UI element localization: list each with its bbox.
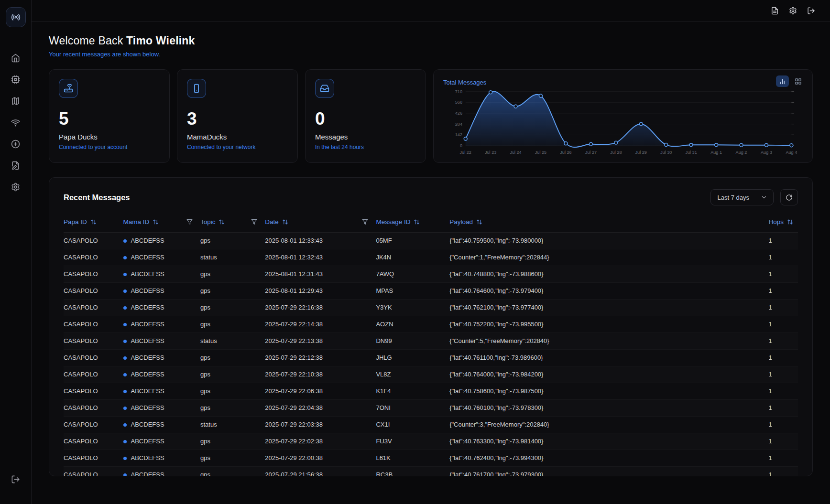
hops-cell: 1: [768, 249, 798, 266]
topbar-file-text-button[interactable]: [768, 4, 781, 18]
papa-id-cell: CASAPOLO: [64, 433, 123, 450]
col-header-mama-id[interactable]: Mama ID: [123, 212, 200, 232]
filter-icon[interactable]: [251, 219, 257, 225]
hops-cell: 1: [768, 399, 798, 416]
message-row[interactable]: CASAPOLOABCDEFSSgps2025-08-01 12:33:4305…: [64, 232, 798, 249]
cpu-icon: [11, 75, 20, 84]
message-id-cell: JK4N: [376, 249, 449, 266]
sidebar-item-home[interactable]: [7, 49, 25, 66]
message-id-cell: 7AWQ: [376, 266, 449, 282]
date-cell: 2025-07-29 22:04:38: [265, 399, 376, 416]
topic-cell: gps: [200, 399, 265, 416]
message-row[interactable]: CASAPOLOABCDEFSSgps2025-07-29 21:56:38RC…: [64, 466, 798, 476]
payload-cell: {"lat":40.760100,"lng":-73.978300}: [449, 399, 768, 416]
sort-icon[interactable]: [282, 219, 288, 225]
date-cell: 2025-07-29 22:00:38: [265, 450, 376, 466]
message-row[interactable]: CASAPOLOABCDEFSSgps2025-07-29 22:14:38AO…: [64, 316, 798, 332]
sort-icon[interactable]: [218, 219, 225, 225]
svg-text:0: 0: [460, 143, 462, 148]
online-dot: [123, 457, 127, 460]
sort-icon[interactable]: [414, 219, 420, 225]
hops-cell: 1: [768, 232, 798, 249]
mama-id-cell: ABCDEFSS: [123, 433, 200, 450]
app-logo[interactable]: [6, 7, 26, 27]
col-header-message-id[interactable]: Message ID: [376, 212, 449, 232]
sidebar-item-settings[interactable]: [7, 178, 25, 195]
mama-id-cell: ABCDEFSS: [123, 332, 200, 349]
sort-icon[interactable]: [787, 219, 793, 225]
router-icon: [59, 79, 78, 98]
col-header-topic[interactable]: Topic: [200, 212, 265, 232]
date-cell: 2025-08-01 12:31:43: [265, 266, 376, 282]
svg-text:Jul 24: Jul 24: [510, 150, 521, 155]
mama-ducks-sublabel: Connected to your network: [187, 144, 288, 150]
papa-id-cell: CASAPOLO: [64, 282, 123, 299]
online-dot: [123, 340, 127, 343]
message-row[interactable]: CASAPOLOABCDEFSSgps2025-08-01 12:29:43MP…: [64, 282, 798, 299]
message-row[interactable]: CASAPOLOABCDEFSSgps2025-07-29 22:16:38Y3…: [64, 299, 798, 316]
refresh-icon: [786, 194, 793, 201]
message-row[interactable]: CASAPOLOABCDEFSSstatus2025-07-29 22:13:3…: [64, 332, 798, 349]
sidebar-item-network[interactable]: [7, 114, 25, 131]
stat-card-papa-ducks: 5 Papa Ducks Connected to your account: [49, 69, 170, 163]
sidebar-item-logs[interactable]: [7, 157, 25, 174]
papa-id-cell: CASAPOLO: [64, 232, 123, 249]
refresh-button[interactable]: [780, 189, 798, 205]
mama-id-cell: ABCDEFSS: [123, 249, 200, 266]
message-row[interactable]: CASAPOLOABCDEFSSstatus2025-08-01 12:32:4…: [64, 249, 798, 266]
topic-cell: gps: [200, 433, 265, 450]
col-header-payload[interactable]: Payload: [449, 212, 768, 232]
topic-cell: gps: [200, 316, 265, 332]
hops-cell: 1: [768, 416, 798, 433]
welcome-prefix: Welcome Back: [49, 34, 123, 47]
sidebar-item-add[interactable]: [7, 135, 25, 152]
online-dot: [123, 473, 127, 476]
online-dot: [123, 390, 127, 393]
sort-icon[interactable]: [90, 219, 97, 225]
online-dot: [123, 440, 127, 443]
message-id-cell: 7ONI: [376, 399, 449, 416]
hops-cell: 1: [768, 349, 798, 366]
payload-cell: {"lat":40.762100,"lng":-73.977400}: [449, 299, 768, 316]
message-row[interactable]: CASAPOLOABCDEFSSgps2025-07-29 22:04:387O…: [64, 399, 798, 416]
message-row[interactable]: CASAPOLOABCDEFSSgps2025-07-29 22:00:38L6…: [64, 450, 798, 466]
col-header-papa-id[interactable]: Papa ID: [64, 212, 123, 232]
message-row[interactable]: CASAPOLOABCDEFSSgps2025-07-29 22:06:38K1…: [64, 383, 798, 399]
message-id-cell: AOZN: [376, 316, 449, 332]
hops-cell: 1: [768, 383, 798, 399]
col-header-hops[interactable]: Hops: [768, 212, 798, 232]
logout-icon: [807, 7, 815, 15]
filter-icon[interactable]: [186, 219, 193, 225]
sidebar-item-map[interactable]: [7, 92, 25, 109]
hops-cell: 1: [768, 282, 798, 299]
topic-cell: gps: [200, 232, 265, 249]
papa-id-cell: CASAPOLO: [64, 383, 123, 399]
svg-text:142: 142: [455, 132, 462, 137]
sidebar-item-devices[interactable]: [7, 71, 25, 88]
col-header-date[interactable]: Date: [265, 212, 376, 232]
message-row[interactable]: CASAPOLOABCDEFSSgps2025-07-29 22:12:38JH…: [64, 349, 798, 366]
date-range-select[interactable]: Last 7 days: [710, 189, 774, 205]
date-cell: 2025-08-01 12:33:43: [265, 232, 376, 249]
topbar-settings-button[interactable]: [786, 4, 799, 18]
sort-icon[interactable]: [153, 219, 159, 225]
mama-ducks-count: 3: [187, 110, 288, 128]
message-row[interactable]: CASAPOLOABCDEFSSgps2025-07-29 22:10:38VL…: [64, 366, 798, 383]
topbar-logout-button[interactable]: [804, 4, 818, 18]
filter-icon[interactable]: [362, 219, 368, 225]
chart-view-toggles: [776, 75, 805, 87]
papa-id-cell: CASAPOLO: [64, 366, 123, 383]
mama-id-cell: ABCDEFSS: [123, 450, 200, 466]
papa-ducks-sublabel: Connected to your account: [59, 144, 160, 150]
message-row[interactable]: CASAPOLOABCDEFSSgps2025-08-01 12:31:437A…: [64, 266, 798, 282]
sort-icon[interactable]: [476, 219, 482, 225]
online-dot: [123, 239, 127, 243]
sidebar-logout-button[interactable]: [7, 471, 25, 488]
grid-view-toggle-button[interactable]: [792, 75, 805, 87]
message-row[interactable]: CASAPOLOABCDEFSSgps2025-07-29 22:02:38FU…: [64, 433, 798, 450]
chart-view-toggle-button[interactable]: [776, 75, 789, 87]
online-dot: [123, 306, 127, 310]
wifi-icon: [11, 118, 20, 127]
mama-id-cell: ABCDEFSS: [123, 282, 200, 299]
message-row[interactable]: CASAPOLOABCDEFSSstatus2025-07-29 22:03:3…: [64, 416, 798, 433]
